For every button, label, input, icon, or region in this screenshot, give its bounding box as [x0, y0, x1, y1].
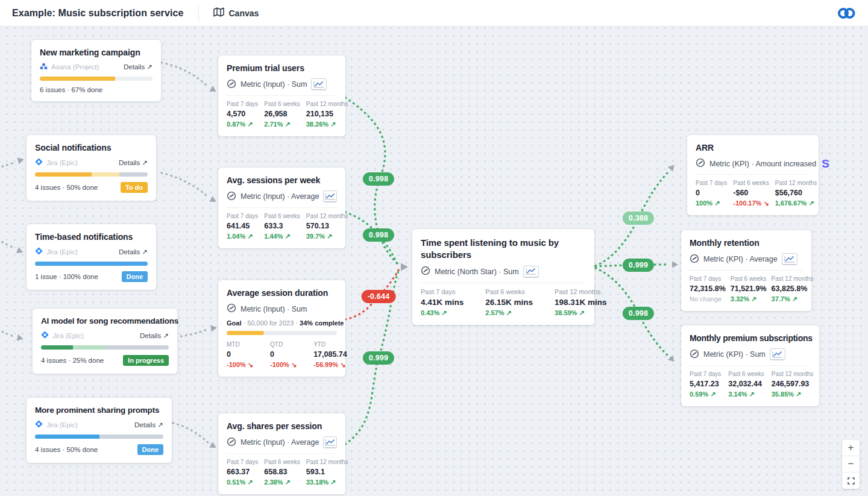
work-card-social-notifications[interactable]: Social notifications Jira (Epic) Details…: [27, 135, 156, 201]
card-title: Avg. sessions per week: [227, 175, 337, 185]
correlation-badge[interactable]: 0.998: [623, 307, 654, 320]
line-chart-icon[interactable]: [523, 266, 539, 278]
fit-view-button[interactable]: [842, 472, 860, 489]
period-label: Past 12 months: [306, 101, 348, 107]
metric-delta: 2.38% ↗: [264, 479, 300, 486]
period-label: Past 12 months: [772, 371, 813, 377]
correlation-badge[interactable]: 0.998: [363, 172, 394, 186]
metric-value: 633.3: [264, 222, 300, 230]
progress-segment: [92, 172, 120, 177]
metric-value: 71,521.9%: [731, 284, 767, 293]
status-badge: Done: [137, 444, 164, 455]
metric-card-avg-session-duration[interactable]: Average session duration Metric (Input) …: [218, 280, 345, 377]
correlation-badge[interactable]: 0.999: [363, 351, 394, 365]
metric-value: 663.37: [227, 468, 258, 476]
metric-delta: 2.57% ↗: [485, 309, 533, 317]
work-card-time-based-notifications[interactable]: Time-based notifications Jira (Epic) Det…: [27, 224, 156, 290]
details-link[interactable]: Details ↗: [134, 421, 163, 429]
period-label: Past 6 weeks: [264, 459, 300, 465]
divider: [696, 174, 810, 175]
line-chart-icon[interactable]: [323, 190, 337, 202]
source-label: Jira (Epic): [46, 248, 78, 256]
divider: [690, 365, 811, 366]
progress-segment: [35, 435, 99, 439]
metric-card-avg-shares[interactable]: Avg. shares per session Metric (Input) ·…: [218, 413, 345, 494]
gauge-icon: [227, 79, 236, 90]
details-link[interactable]: Details ↗: [119, 159, 148, 167]
line-chart-icon[interactable]: [323, 436, 337, 448]
divider: [227, 453, 337, 454]
zoom-in-button[interactable]: +: [842, 440, 860, 456]
card-title: Monthly retention: [690, 238, 803, 248]
status-badge: To do: [121, 182, 148, 193]
metric-card-avg-sessions[interactable]: Avg. sessions per week Metric (Input) · …: [218, 168, 345, 248]
correlation-badge[interactable]: -0.644: [362, 290, 396, 303]
goal-progress-fill: [227, 331, 264, 335]
jira-icon: [35, 420, 43, 429]
correlation-badge[interactable]: 0.388: [623, 212, 654, 225]
metric-card-premium-trial-users[interactable]: Premium trial users Metric (Input) · Sum…: [218, 55, 345, 136]
issues-summary: 4 issues · 50% done: [35, 446, 98, 453]
metric-card-monthly-retention[interactable]: Monthly retention Metric (KPI) · Average…: [681, 230, 811, 311]
stripe-icon: S: [822, 158, 829, 169]
tab-canvas[interactable]: Canvas: [213, 7, 259, 19]
header-divider: [198, 5, 199, 21]
zoom-out-button[interactable]: −: [842, 456, 860, 472]
metric-delta: 3.32% ↗: [731, 295, 767, 303]
status-badge: In progress: [123, 355, 169, 366]
workspace-title: Example: Music subscription service: [12, 8, 184, 19]
gauge-icon: [690, 349, 699, 360]
metric-delta: 38.26% ↗: [306, 121, 348, 128]
period-label: Past 12 months: [775, 180, 817, 186]
metric-card-monthly-premium-subscriptions[interactable]: Monthly premium subscriptions Metric (KP…: [681, 325, 819, 406]
line-chart-icon[interactable]: [770, 348, 785, 360]
metric-value: 4.41K mins: [421, 298, 464, 307]
doubleloop-logo[interactable]: [837, 5, 856, 21]
metric-value: 63,825.8%: [772, 284, 813, 293]
jira-icon: [41, 331, 49, 340]
work-card-sharing-prompts[interactable]: More prominent sharing prompts Jira (Epi…: [27, 398, 172, 463]
metric-card-time-spent-listening[interactable]: Time spent listening to music by subscri…: [412, 229, 594, 325]
metric-subtitle: Metric (North Star) · Sum: [435, 268, 519, 276]
divider: [690, 270, 803, 271]
details-link[interactable]: Details ↗: [140, 331, 169, 340]
metric-value: 593.1: [306, 468, 348, 476]
metric-card-arr[interactable]: ARR Metric (KPI) · Amount increased S Pa…: [687, 135, 819, 215]
details-link[interactable]: Details ↗: [119, 248, 148, 256]
metric-delta: 100% ↗: [696, 199, 727, 207]
metric-delta: -100% ↘: [227, 361, 253, 369]
card-title: Average session duration: [227, 288, 337, 298]
period-label: MTD: [227, 341, 253, 348]
source-label: Jira (Epic): [52, 332, 84, 339]
period-label: Past 7 days: [696, 180, 727, 186]
metric-value: 210,135: [306, 110, 348, 118]
card-title: AI model for song recommendations: [41, 316, 169, 325]
line-chart-icon[interactable]: [782, 253, 797, 265]
goal-progress-bar: [227, 331, 337, 335]
metric-delta: No change: [690, 295, 726, 303]
gauge-icon: [690, 254, 699, 265]
goal-summary: Goal · 50,000 for 2023 · 34% complete: [227, 319, 337, 327]
period-label: Past 6 weeks: [731, 275, 767, 282]
details-link[interactable]: Details ↗: [124, 63, 153, 71]
correlation-badge[interactable]: 0.999: [623, 259, 654, 272]
correlation-badge[interactable]: 0.998: [363, 228, 394, 242]
work-card-ai-model[interactable]: AI model for song recommendations Jira (…: [33, 309, 177, 374]
progress-bar: [35, 172, 148, 177]
progress-bar: [35, 435, 163, 439]
period-label: Past 6 weeks: [485, 288, 533, 295]
tab-canvas-label: Canvas: [229, 8, 259, 18]
progress-segment: [105, 345, 169, 350]
progress-segment: [115, 77, 153, 81]
metric-delta: 37.7% ↗: [772, 295, 813, 303]
line-chart-icon[interactable]: [311, 78, 327, 90]
progress-segment: [35, 262, 148, 266]
jira-icon: [35, 158, 43, 167]
work-card-new-marketing-campaign[interactable]: New marketing campaign Asana (Project) D…: [31, 40, 161, 101]
metric-subtitle: Metric (KPI) · Sum: [703, 350, 766, 359]
issues-summary: 4 issues · 25% done: [41, 357, 104, 364]
card-title: Monthly premium subscriptions: [690, 333, 811, 343]
metric-value: 17,085.74: [313, 350, 347, 359]
progress-segment: [73, 345, 105, 350]
progress-segment: [99, 435, 164, 439]
